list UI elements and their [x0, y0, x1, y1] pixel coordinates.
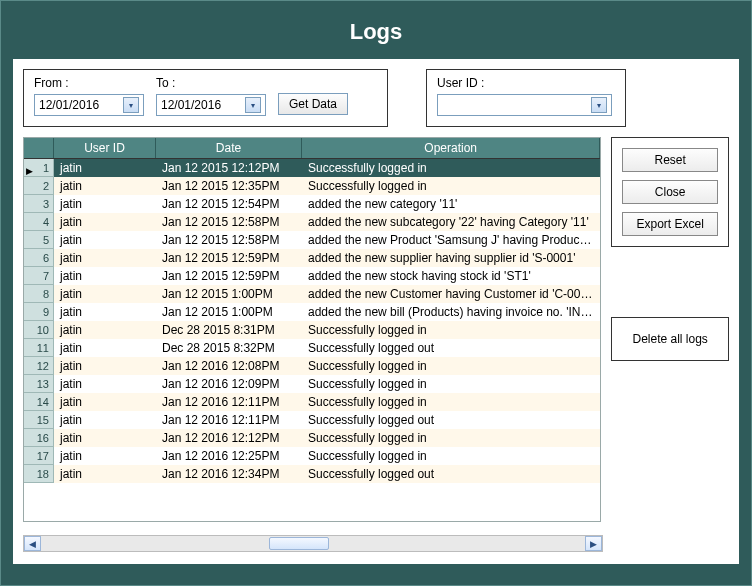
cell-date: Jan 12 2016 12:34PM	[156, 465, 302, 483]
table-row[interactable]: 8jatinJan 12 2015 1:00PMadded the new Cu…	[24, 285, 600, 303]
col-header-operation[interactable]: Operation	[302, 138, 600, 158]
row-header[interactable]: 8	[24, 285, 54, 303]
cell-date: Dec 28 2015 8:32PM	[156, 339, 302, 357]
cell-operation: added the new category '11'	[302, 195, 600, 213]
to-label: To :	[156, 76, 266, 90]
cell-date: Jan 12 2016 12:08PM	[156, 357, 302, 375]
table-row[interactable]: 6jatinJan 12 2015 12:59PMadded the new s…	[24, 249, 600, 267]
row-header[interactable]: 7	[24, 267, 54, 285]
cell-userid: jatin	[54, 159, 156, 177]
cell-userid: jatin	[54, 321, 156, 339]
cell-userid: jatin	[54, 465, 156, 483]
cell-userid: jatin	[54, 195, 156, 213]
cell-date: Jan 12 2015 12:59PM	[156, 267, 302, 285]
cell-date: Jan 12 2016 12:12PM	[156, 429, 302, 447]
export-excel-button[interactable]: Export Excel	[622, 212, 718, 236]
row-header[interactable]: 5	[24, 231, 54, 249]
cell-userid: jatin	[54, 411, 156, 429]
cell-userid: jatin	[54, 393, 156, 411]
table-row[interactable]: 16jatinJan 12 2016 12:12PMSuccessfully l…	[24, 429, 600, 447]
table-row[interactable]: 5jatinJan 12 2015 12:58PMadded the new P…	[24, 231, 600, 249]
chevron-down-icon[interactable]: ▾	[591, 97, 607, 113]
cell-operation: added the new Customer having Customer i…	[302, 285, 600, 303]
table-row[interactable]: 10jatinDec 28 2015 8:31PMSuccessfully lo…	[24, 321, 600, 339]
row-header[interactable]: 18	[24, 465, 54, 483]
row-header[interactable]: 10	[24, 321, 54, 339]
row-header[interactable]: 6	[24, 249, 54, 267]
table-row[interactable]: 15jatinJan 12 2016 12:11PMSuccessfully l…	[24, 411, 600, 429]
cell-date: Jan 12 2015 1:00PM	[156, 285, 302, 303]
row-header[interactable]: 16	[24, 429, 54, 447]
row-header[interactable]: 2	[24, 177, 54, 195]
cell-userid: jatin	[54, 249, 156, 267]
to-date-picker[interactable]: 12/01/2016 ▾	[156, 94, 266, 116]
cell-userid: jatin	[54, 285, 156, 303]
table-row[interactable]: 7jatinJan 12 2015 12:59PMadded the new s…	[24, 267, 600, 285]
table-row[interactable]: 17jatinJan 12 2016 12:25PMSuccessfully l…	[24, 447, 600, 465]
logs-grid[interactable]: User ID Date Operation 1▶jatinJan 12 201…	[23, 137, 601, 522]
row-header[interactable]: 17	[24, 447, 54, 465]
table-row[interactable]: 4jatinJan 12 2015 12:58PMadded the new s…	[24, 213, 600, 231]
cell-date: Dec 28 2015 8:31PM	[156, 321, 302, 339]
col-header-userid[interactable]: User ID	[54, 138, 156, 158]
table-row[interactable]: 1▶jatinJan 12 2015 12:12PMSuccessfully l…	[24, 159, 600, 177]
chevron-down-icon[interactable]: ▾	[245, 97, 261, 113]
table-row[interactable]: 3jatinJan 12 2015 12:54PMadded the new c…	[24, 195, 600, 213]
userid-label: User ID :	[437, 76, 615, 90]
cell-date: Jan 12 2015 1:00PM	[156, 303, 302, 321]
table-row[interactable]: 13jatinJan 12 2016 12:09PMSuccessfully l…	[24, 375, 600, 393]
horizontal-scrollbar[interactable]: ◀ ▶	[23, 535, 603, 552]
cell-userid: jatin	[54, 231, 156, 249]
filter-row: From : 12/01/2016 ▾ To : 12/01/2016 ▾	[23, 69, 729, 127]
cell-date: Jan 12 2015 12:35PM	[156, 177, 302, 195]
cell-userid: jatin	[54, 429, 156, 447]
cell-operation: Successfully logged in	[302, 429, 600, 447]
cell-date: Jan 12 2015 12:54PM	[156, 195, 302, 213]
cell-userid: jatin	[54, 267, 156, 285]
table-row[interactable]: 11jatinDec 28 2015 8:32PMSuccessfully lo…	[24, 339, 600, 357]
reset-button[interactable]: Reset	[622, 148, 718, 172]
cell-date: Jan 12 2015 12:12PM	[156, 159, 302, 177]
row-header[interactable]: 11	[24, 339, 54, 357]
page-title: Logs	[1, 1, 751, 59]
row-header[interactable]: 15	[24, 411, 54, 429]
scroll-right-icon[interactable]: ▶	[585, 536, 602, 551]
row-header[interactable]: 4	[24, 213, 54, 231]
chevron-down-icon[interactable]: ▾	[123, 97, 139, 113]
row-header[interactable]: 12	[24, 357, 54, 375]
table-row[interactable]: 14jatinJan 12 2016 12:11PMSuccessfully l…	[24, 393, 600, 411]
cell-date: Jan 12 2016 12:25PM	[156, 447, 302, 465]
cell-operation: Successfully logged in	[302, 357, 600, 375]
scroll-thumb[interactable]	[269, 537, 329, 550]
cell-operation: Successfully logged out	[302, 339, 600, 357]
grid-body: 1▶jatinJan 12 2015 12:12PMSuccessfully l…	[24, 159, 600, 483]
row-header[interactable]: 14	[24, 393, 54, 411]
cell-userid: jatin	[54, 213, 156, 231]
row-header[interactable]: 13	[24, 375, 54, 393]
row-header[interactable]: 3	[24, 195, 54, 213]
scroll-track[interactable]	[41, 536, 585, 551]
table-row[interactable]: 2jatinJan 12 2015 12:35PMSuccessfully lo…	[24, 177, 600, 195]
cell-operation: added the new subcategory '22' having Ca…	[302, 213, 600, 231]
cell-operation: added the new Product 'Samsung J' having…	[302, 231, 600, 249]
cell-date: Jan 12 2015 12:58PM	[156, 213, 302, 231]
logs-window: Logs From : 12/01/2016 ▾ To : 12/01/2	[0, 0, 752, 586]
delete-all-logs-button[interactable]: Delete all logs	[622, 328, 718, 350]
table-row[interactable]: 12jatinJan 12 2016 12:08PMSuccessfully l…	[24, 357, 600, 375]
col-header-date[interactable]: Date	[156, 138, 302, 158]
row-header[interactable]: 1▶	[24, 159, 54, 177]
close-button[interactable]: Close	[622, 180, 718, 204]
date-filter-box: From : 12/01/2016 ▾ To : 12/01/2016 ▾	[23, 69, 388, 127]
table-row[interactable]: 9jatinJan 12 2015 1:00PMadded the new bi…	[24, 303, 600, 321]
cell-userid: jatin	[54, 447, 156, 465]
table-row[interactable]: 18jatinJan 12 2016 12:34PMSuccessfully l…	[24, 465, 600, 483]
row-header[interactable]: 9	[24, 303, 54, 321]
cell-date: Jan 12 2015 12:58PM	[156, 231, 302, 249]
cell-operation: added the new bill (Products) having inv…	[302, 303, 600, 321]
from-date-picker[interactable]: 12/01/2016 ▾	[34, 94, 144, 116]
scroll-left-icon[interactable]: ◀	[24, 536, 41, 551]
get-data-button[interactable]: Get Data	[278, 93, 348, 115]
cell-operation: Successfully logged in	[302, 321, 600, 339]
from-label: From :	[34, 76, 144, 90]
userid-select[interactable]: ▾	[437, 94, 612, 116]
